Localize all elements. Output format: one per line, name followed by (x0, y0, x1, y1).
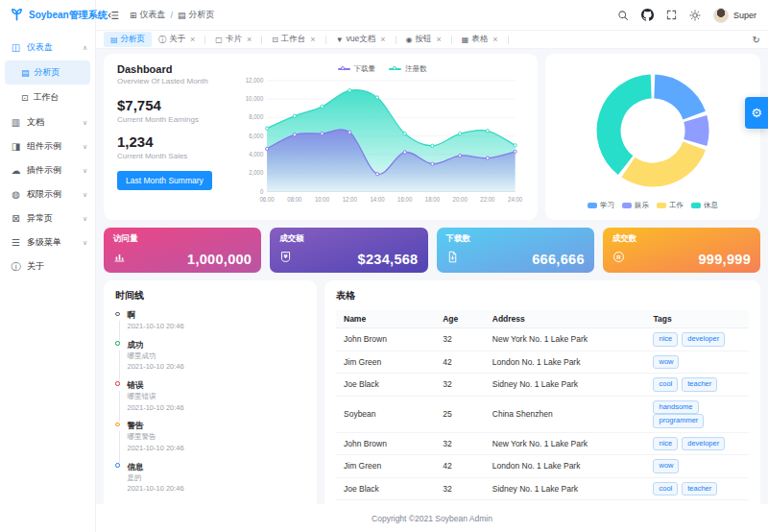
legend-swatch (622, 203, 632, 208)
legend-swatch (588, 203, 597, 208)
sidebar-subitem-分析页[interactable]: ▤分析页 (5, 60, 90, 85)
table-header: NameAgeAddressTags (336, 310, 749, 328)
copyright-text: Copyright ©2021 Soybean Admin (372, 514, 492, 523)
stat-card-title: 访问量 (113, 233, 252, 245)
timeline-item-content: 哪里错误 (128, 391, 184, 402)
cell-tags: handsomeprogrammer (645, 396, 749, 432)
column-header-Tags: Tags (645, 310, 749, 328)
svg-text:22:00: 22:00 (480, 196, 495, 203)
sidebar-item-插件示例[interactable]: ☁插件示例∨ (0, 158, 95, 182)
component-icon: ◨ (11, 141, 21, 152)
sidebar-item-关于[interactable]: ⓘ关于 (0, 254, 95, 278)
tag: developer (682, 332, 725, 347)
search-icon[interactable] (617, 10, 629, 21)
tab-divider (508, 36, 509, 44)
close-tab-icon[interactable]: × (190, 35, 195, 44)
timeline-item-body: 信息是的2021-10-10 20:46 (128, 462, 184, 495)
tabs: ▤分析页ⓘ关于×▢卡片×⊡工作台×▼vue文档×◉按钮×▦表格× (104, 32, 512, 47)
legend-label: 学习 (600, 201, 614, 210)
legend-swatch (657, 203, 666, 208)
fullscreen-icon[interactable] (666, 10, 677, 20)
tab-表格[interactable]: ▦表格× (455, 32, 505, 47)
user-menu[interactable]: Super (713, 8, 756, 23)
sidebar-item-label: 多级菜单 (27, 236, 61, 249)
close-tab-icon[interactable]: × (380, 35, 385, 44)
tab-label: 工作台 (281, 34, 306, 45)
svg-text:10:00: 10:00 (315, 196, 330, 203)
close-tab-icon[interactable]: × (437, 35, 442, 44)
tag: teacher (682, 377, 717, 392)
dashboard-info: Dashboard Overview Of Lasted Month $7,75… (117, 63, 236, 212)
timeline-item-time: 2021-10-10 20:46 (128, 443, 184, 454)
pie-legend-item-学习[interactable]: 学习 (588, 201, 614, 210)
breadcrumb-item-分析页[interactable]: ▤分析页 (178, 9, 215, 21)
timeline-item-title: 信息 (128, 462, 184, 472)
svg-text:0: 0 (260, 187, 264, 194)
tab-bar: ▤分析页ⓘ关于×▢卡片×⊡工作台×▼vue文档×◉按钮×▦表格× ↻ (96, 31, 768, 49)
tab-label: 分析页 (121, 34, 146, 45)
earnings-value: $7,754 (117, 97, 236, 113)
theme-mode-icon[interactable] (689, 10, 701, 21)
cell-address: London No. 1 Lake Park (485, 455, 646, 478)
breadcrumb-item-仪表盘[interactable]: ⊞仪表盘 (130, 9, 166, 21)
gear-icon: ⚙ (751, 106, 762, 120)
timeline-card: 时间线 啊2021-10-10 20:46成功哪里成功2021-10-10 20… (104, 280, 317, 511)
sidebar: Soybean管理系统 ◫仪表盘∧▤分析页⊡工作台▥文档∨◨组件示例∨☁插件示例… (0, 0, 96, 532)
sidebar-item-权限示例[interactable]: ◍权限示例∨ (0, 182, 95, 206)
pie-legend-item-工作[interactable]: 工作 (657, 201, 684, 210)
column-header-Age: Age (435, 310, 485, 328)
close-tab-icon[interactable]: × (492, 35, 497, 44)
timeline-item-time: 2021-10-10 20:46 (128, 361, 184, 373)
timeline-dot (115, 463, 120, 468)
tab-按钮[interactable]: ◉按钮× (399, 32, 448, 47)
sidebar-item-label: 关于 (27, 260, 44, 273)
table-header-row: NameAgeAddressTags (336, 310, 749, 328)
svg-text:16:00: 16:00 (397, 196, 413, 203)
github-icon[interactable] (641, 9, 654, 21)
tab-关于[interactable]: ⓘ关于× (152, 32, 202, 47)
sidebar-item-label: 权限示例 (27, 188, 61, 201)
last-month-summary-button[interactable]: Last Month Summary (117, 171, 212, 190)
bottom-row: 时间线 啊2021-10-10 20:46成功哪里成功2021-10-10 20… (104, 280, 760, 472)
sidebar-item-仪表盘[interactable]: ◫仪表盘∧ (0, 36, 95, 60)
close-tab-icon[interactable]: × (247, 35, 252, 44)
theme-settings-button[interactable]: ⚙ (745, 97, 768, 129)
dashboard-icon: ⊞ (130, 11, 137, 20)
table-row: Joe Black32Sidney No. 1 Lake Parkcooltea… (336, 374, 749, 397)
cell-tags: coolteacher (645, 374, 749, 397)
plugin-icon: ☁ (11, 165, 21, 176)
refresh-icon[interactable]: ↻ (753, 35, 760, 45)
sidebar-item-多级菜单[interactable]: ☰多级菜单∨ (0, 230, 95, 254)
table-row: Jim Green42London No. 1 Lake Parkwow (336, 455, 749, 478)
sidebar-item-组件示例[interactable]: ◨组件示例∨ (0, 134, 95, 158)
tab-分析页[interactable]: ▤分析页 (104, 32, 152, 47)
sidebar-item-label: 仪表盘 (27, 41, 53, 54)
collapse-sidebar-icon[interactable] (108, 10, 119, 21)
app-logo[interactable]: Soybean管理系统 (0, 0, 95, 31)
tag: wow (653, 459, 679, 473)
pie-legend-item-休息[interactable]: 休息 (691, 201, 718, 210)
breadcrumb-label: 分析页 (189, 9, 215, 21)
tab-vue文档[interactable]: ▼vue文档× (329, 32, 393, 47)
table-row: Jim Green42London No. 1 Lake Parkwow (336, 351, 749, 374)
svg-text:12:00: 12:00 (343, 196, 358, 203)
cell-age: 32 (435, 374, 485, 397)
tab-工作台[interactable]: ⊡工作台× (265, 32, 322, 47)
timeline-item-time: 2021-10-10 20:46 (128, 483, 184, 495)
workbench-icon: ⊡ (272, 36, 278, 44)
sidebar-item-label: 异常页 (27, 212, 53, 225)
cell-address: London No. 1 Lake Park (485, 351, 646, 374)
sidebar-item-文档[interactable]: ▥文档∨ (0, 110, 95, 134)
data-table: NameAgeAddressTags John Brown32New York … (336, 310, 749, 500)
sidebar-item-异常页[interactable]: ⊠异常页∨ (0, 206, 95, 230)
tab-label: 关于 (169, 34, 185, 45)
timeline-item-body: 警告哪里警告2021-10-10 20:46 (128, 421, 184, 453)
cell-name: Joe Black (336, 374, 435, 397)
pie-legend-item-娱乐[interactable]: 娱乐 (622, 201, 649, 210)
footer: Copyright ©2021 Soybean Admin (96, 504, 768, 532)
tab-label: 卡片 (226, 34, 242, 45)
timeline-item: 错误哪里错误2021-10-10 20:46 (115, 380, 305, 421)
sidebar-subitem-工作台[interactable]: ⊡工作台 (5, 85, 90, 109)
tab-卡片[interactable]: ▢卡片× (208, 32, 258, 47)
close-tab-icon[interactable]: × (310, 35, 315, 44)
